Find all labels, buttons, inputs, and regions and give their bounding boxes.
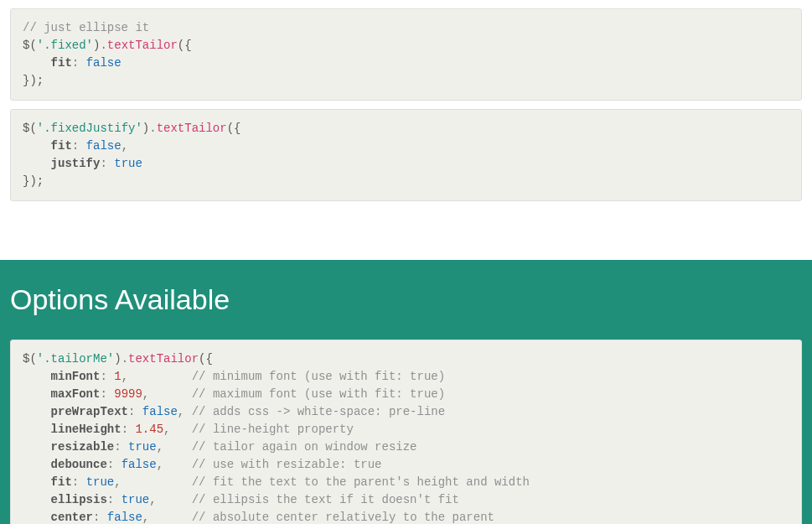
code-close: }); <box>23 74 44 87</box>
opt-debounce-comment: // use with resizable: true <box>192 458 382 471</box>
code-colon: : <box>72 56 86 70</box>
code-prop-justify: justify <box>51 157 101 170</box>
code-value: false <box>86 56 122 70</box>
code-colon: : <box>100 157 114 170</box>
opt-ellipsis-val: true <box>122 493 150 506</box>
opt-lineheight-val: 1.45 <box>135 423 163 436</box>
code-value: false <box>86 139 122 153</box>
opt-debounce-val: false <box>122 458 157 471</box>
code-colon: : <box>72 139 86 153</box>
opt-prewrap-val: false <box>142 405 178 418</box>
opt-ellipsis-name: ellipsis <box>51 493 107 506</box>
opt-resizable-name: resizable <box>51 440 115 454</box>
top-section: // just ellipse it $('.fixed').textTailo… <box>0 0 812 260</box>
opt-lineheight-name: lineHeight <box>51 423 122 436</box>
code-selector: '.fixed' <box>37 39 93 52</box>
section-heading: Options Available <box>10 283 802 316</box>
code-paren: ) <box>114 352 121 366</box>
code-paren: ) <box>142 122 149 135</box>
code-comment: // just ellipse it <box>23 21 149 34</box>
code-method: textTailor <box>107 39 178 52</box>
opt-center-name: center <box>51 511 93 524</box>
code-block-ellipse: // just ellipse it $('.fixed').textTailo… <box>10 8 802 101</box>
code-comma: , <box>122 139 128 153</box>
opt-resizable-comment: // tailor again on window resize <box>192 440 417 454</box>
opt-debounce-name: debounce <box>51 458 107 471</box>
code-open: ({ <box>178 39 192 52</box>
code-selector: '.tailorMe' <box>37 352 114 366</box>
opt-minfont-comment: // minimum font (use with fit: true) <box>192 370 445 383</box>
code-block-justify: $('.fixedJustify').textTailor({ fit: fal… <box>10 109 802 201</box>
opt-fit-comment: // fit the text to the parent's height a… <box>192 475 530 489</box>
opt-center-comment: // absolute center relatively to the par… <box>192 511 494 524</box>
opt-fit-val: true <box>86 475 115 489</box>
code-open: ({ <box>227 122 241 135</box>
opt-lineheight-comment: // line-height property <box>192 423 354 436</box>
opt-minfont-name: minFont <box>51 370 101 383</box>
code-jquery: $( <box>23 122 37 135</box>
code-close: }); <box>23 174 44 188</box>
code-selector: '.fixedJustify' <box>37 122 142 135</box>
code-dot: . <box>122 352 128 366</box>
code-open: ({ <box>199 352 213 366</box>
opt-fit-name: fit <box>51 475 72 489</box>
opt-ellipsis-comment: // ellipsis the text if it doesn't fit <box>192 493 459 506</box>
code-value: true <box>114 157 142 170</box>
code-method: textTailor <box>157 122 227 135</box>
opt-prewrap-comment: // adds css -> white-space: pre-line <box>192 405 445 418</box>
opt-maxfont-name: maxFont <box>51 387 101 401</box>
code-dot: . <box>100 39 106 52</box>
opt-maxfont-comment: // maximum font (use with fit: true) <box>192 387 445 401</box>
opt-minfont-val: 1 <box>114 370 121 383</box>
code-method: textTailor <box>128 352 199 366</box>
opt-prewrap-name: preWrapText <box>51 405 128 418</box>
code-prop-fit: fit <box>51 56 72 70</box>
code-block-options: $('.tailorMe').textTailor({ minFont: 1, … <box>10 340 802 524</box>
options-section: Options Available $('.tailorMe').textTai… <box>0 260 812 524</box>
code-jquery: $( <box>23 352 37 366</box>
opt-maxfont-val: 9999 <box>114 387 142 401</box>
code-dot: . <box>149 122 156 135</box>
code-jquery: $( <box>23 39 37 52</box>
code-prop-fit: fit <box>51 139 72 153</box>
opt-center-val: false <box>107 511 142 524</box>
opt-resizable-val: true <box>128 440 157 454</box>
